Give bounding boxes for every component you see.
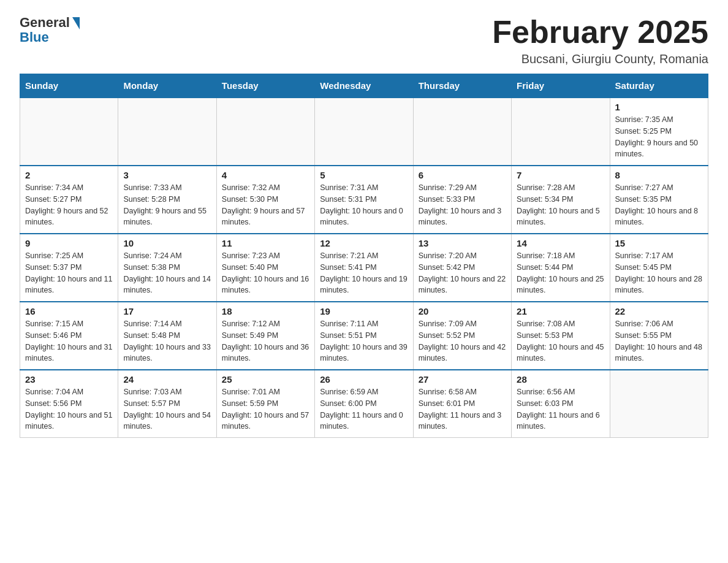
day-number: 18	[222, 306, 309, 316]
logo-blue-text: Blue	[20, 29, 49, 45]
calendar-day-cell	[610, 370, 708, 438]
calendar-week-row: 1Sunrise: 7:35 AMSunset: 5:25 PMDaylight…	[20, 98, 708, 166]
calendar-day-cell: 19Sunrise: 7:11 AMSunset: 5:51 PMDayligh…	[315, 302, 413, 370]
calendar-day-cell: 7Sunrise: 7:28 AMSunset: 5:34 PMDaylight…	[512, 166, 610, 234]
calendar-week-row: 16Sunrise: 7:15 AMSunset: 5:46 PMDayligh…	[20, 302, 708, 370]
day-info: Sunrise: 7:06 AMSunset: 5:55 PMDaylight:…	[615, 318, 703, 364]
day-number: 1	[615, 102, 703, 112]
day-number: 17	[123, 306, 211, 316]
day-info: Sunrise: 7:11 AMSunset: 5:51 PMDaylight:…	[320, 318, 408, 364]
calendar-day-cell: 9Sunrise: 7:25 AMSunset: 5:37 PMDaylight…	[20, 234, 118, 302]
day-info: Sunrise: 7:03 AMSunset: 5:57 PMDaylight:…	[123, 386, 211, 432]
day-number: 13	[419, 238, 506, 248]
day-number: 24	[123, 374, 211, 385]
calendar-day-cell: 16Sunrise: 7:15 AMSunset: 5:46 PMDayligh…	[20, 302, 118, 370]
calendar-day-cell: 10Sunrise: 7:24 AMSunset: 5:38 PMDayligh…	[118, 234, 216, 302]
day-info: Sunrise: 6:59 AMSunset: 6:00 PMDaylight:…	[320, 386, 408, 432]
calendar-day-cell: 3Sunrise: 7:33 AMSunset: 5:28 PMDaylight…	[118, 166, 216, 234]
day-info: Sunrise: 7:23 AMSunset: 5:40 PMDaylight:…	[222, 250, 309, 296]
day-info: Sunrise: 7:12 AMSunset: 5:49 PMDaylight:…	[222, 318, 309, 364]
day-number: 16	[25, 306, 113, 316]
calendar-day-cell: 22Sunrise: 7:06 AMSunset: 5:55 PMDayligh…	[610, 302, 708, 370]
calendar-header-row: SundayMondayTuesdayWednesdayThursdayFrid…	[20, 74, 708, 98]
day-number: 21	[517, 306, 604, 316]
day-of-week-header: Thursday	[413, 74, 511, 98]
location-text: Bucsani, Giurgiu County, Romania	[492, 52, 708, 66]
calendar-day-cell	[315, 98, 413, 166]
day-number: 14	[517, 238, 604, 248]
day-number: 23	[25, 374, 113, 385]
day-number: 7	[517, 170, 604, 180]
day-info: Sunrise: 7:31 AMSunset: 5:31 PMDaylight:…	[320, 182, 408, 228]
day-number: 27	[419, 374, 506, 385]
day-number: 12	[320, 238, 408, 248]
calendar-body: 1Sunrise: 7:35 AMSunset: 5:25 PMDaylight…	[20, 98, 708, 438]
calendar-week-row: 9Sunrise: 7:25 AMSunset: 5:37 PMDaylight…	[20, 234, 708, 302]
calendar-day-cell: 18Sunrise: 7:12 AMSunset: 5:49 PMDayligh…	[216, 302, 314, 370]
day-of-week-header: Tuesday	[216, 74, 314, 98]
day-info: Sunrise: 7:18 AMSunset: 5:44 PMDaylight:…	[517, 250, 604, 296]
day-info: Sunrise: 7:35 AMSunset: 5:25 PMDaylight:…	[615, 114, 703, 160]
calendar-day-cell: 6Sunrise: 7:29 AMSunset: 5:33 PMDaylight…	[413, 166, 511, 234]
calendar-day-cell: 17Sunrise: 7:14 AMSunset: 5:48 PMDayligh…	[118, 302, 216, 370]
calendar-day-cell: 26Sunrise: 6:59 AMSunset: 6:00 PMDayligh…	[315, 370, 413, 438]
calendar-day-cell: 14Sunrise: 7:18 AMSunset: 5:44 PMDayligh…	[512, 234, 610, 302]
day-number: 28	[517, 374, 604, 385]
logo: General Blue	[20, 15, 80, 45]
calendar-day-cell: 28Sunrise: 6:56 AMSunset: 6:03 PMDayligh…	[512, 370, 610, 438]
day-number: 5	[320, 170, 408, 180]
day-info: Sunrise: 7:09 AMSunset: 5:52 PMDaylight:…	[419, 318, 506, 364]
day-number: 25	[222, 374, 309, 385]
calendar-table: SundayMondayTuesdayWednesdayThursdayFrid…	[20, 74, 708, 438]
calendar-day-cell: 2Sunrise: 7:34 AMSunset: 5:27 PMDaylight…	[20, 166, 118, 234]
day-number: 26	[320, 374, 408, 385]
day-number: 15	[615, 238, 703, 248]
calendar-day-cell: 13Sunrise: 7:20 AMSunset: 5:42 PMDayligh…	[413, 234, 511, 302]
day-info: Sunrise: 7:21 AMSunset: 5:41 PMDaylight:…	[320, 250, 408, 296]
day-of-week-header: Sunday	[20, 74, 118, 98]
logo-arrow-icon	[72, 17, 80, 29]
day-of-week-header: Wednesday	[315, 74, 413, 98]
day-number: 4	[222, 170, 309, 180]
day-of-week-header: Monday	[118, 74, 216, 98]
day-info: Sunrise: 7:32 AMSunset: 5:30 PMDaylight:…	[222, 182, 309, 228]
page-header: General Blue February 2025 Bucsani, Giur…	[20, 15, 708, 66]
calendar-day-cell	[512, 98, 610, 166]
day-info: Sunrise: 6:56 AMSunset: 6:03 PMDaylight:…	[517, 386, 604, 432]
day-info: Sunrise: 7:27 AMSunset: 5:35 PMDaylight:…	[615, 182, 703, 228]
day-number: 3	[123, 170, 211, 180]
day-info: Sunrise: 6:58 AMSunset: 6:01 PMDaylight:…	[419, 386, 506, 432]
day-number: 6	[419, 170, 506, 180]
day-number: 22	[615, 306, 703, 316]
calendar-day-cell: 1Sunrise: 7:35 AMSunset: 5:25 PMDaylight…	[610, 98, 708, 166]
day-info: Sunrise: 7:25 AMSunset: 5:37 PMDaylight:…	[25, 250, 113, 296]
day-number: 2	[25, 170, 113, 180]
calendar-day-cell	[118, 98, 216, 166]
logo-general-text: General	[20, 15, 70, 31]
day-info: Sunrise: 7:01 AMSunset: 5:59 PMDaylight:…	[222, 386, 309, 432]
day-number: 8	[615, 170, 703, 180]
day-info: Sunrise: 7:20 AMSunset: 5:42 PMDaylight:…	[419, 250, 506, 296]
day-info: Sunrise: 7:08 AMSunset: 5:53 PMDaylight:…	[517, 318, 604, 364]
calendar-day-cell: 23Sunrise: 7:04 AMSunset: 5:56 PMDayligh…	[20, 370, 118, 438]
calendar-day-cell: 21Sunrise: 7:08 AMSunset: 5:53 PMDayligh…	[512, 302, 610, 370]
month-title: February 2025	[492, 15, 708, 50]
calendar-day-cell	[216, 98, 314, 166]
calendar-week-row: 2Sunrise: 7:34 AMSunset: 5:27 PMDaylight…	[20, 166, 708, 234]
calendar-day-cell: 4Sunrise: 7:32 AMSunset: 5:30 PMDaylight…	[216, 166, 314, 234]
day-info: Sunrise: 7:28 AMSunset: 5:34 PMDaylight:…	[517, 182, 604, 228]
day-info: Sunrise: 7:15 AMSunset: 5:46 PMDaylight:…	[25, 318, 113, 364]
calendar-day-cell: 20Sunrise: 7:09 AMSunset: 5:52 PMDayligh…	[413, 302, 511, 370]
day-info: Sunrise: 7:34 AMSunset: 5:27 PMDaylight:…	[25, 182, 113, 228]
day-info: Sunrise: 7:14 AMSunset: 5:48 PMDaylight:…	[123, 318, 211, 364]
day-number: 19	[320, 306, 408, 316]
calendar-day-cell: 15Sunrise: 7:17 AMSunset: 5:45 PMDayligh…	[610, 234, 708, 302]
day-number: 20	[419, 306, 506, 316]
calendar-week-row: 23Sunrise: 7:04 AMSunset: 5:56 PMDayligh…	[20, 370, 708, 438]
day-info: Sunrise: 7:04 AMSunset: 5:56 PMDaylight:…	[25, 386, 113, 432]
day-info: Sunrise: 7:17 AMSunset: 5:45 PMDaylight:…	[615, 250, 703, 296]
calendar-day-cell: 5Sunrise: 7:31 AMSunset: 5:31 PMDaylight…	[315, 166, 413, 234]
day-info: Sunrise: 7:24 AMSunset: 5:38 PMDaylight:…	[123, 250, 211, 296]
day-number: 9	[25, 238, 113, 248]
calendar-day-cell: 24Sunrise: 7:03 AMSunset: 5:57 PMDayligh…	[118, 370, 216, 438]
